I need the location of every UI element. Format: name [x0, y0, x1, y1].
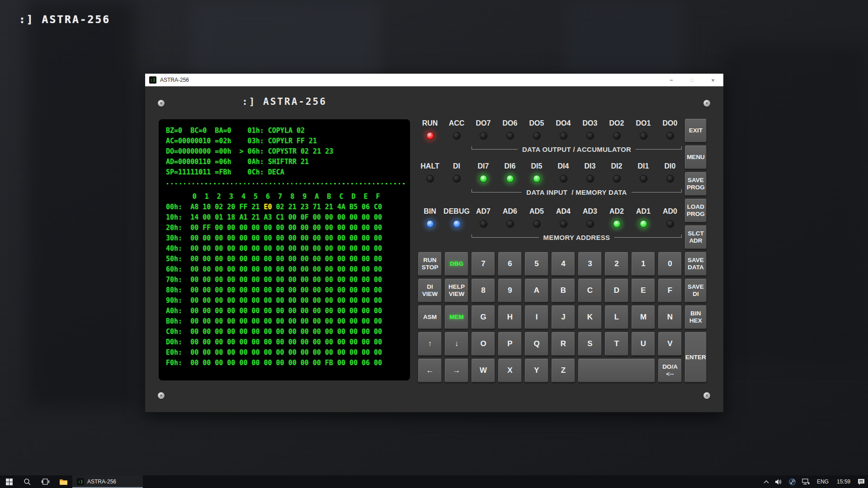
key-letter-k[interactable]: K [578, 305, 602, 329]
memory-row-70h: 70h:00000000000000000000000000000000 [166, 275, 410, 285]
side-button-slct-adr[interactable]: SLCT ADR [685, 225, 707, 249]
side-button-menu[interactable]: MENU [685, 145, 707, 169]
memory-cell: 00 [239, 233, 247, 244]
memory-cell: 21 [288, 202, 297, 212]
led-label-halt: HALT [420, 162, 439, 171]
key-letter-p[interactable]: P [498, 332, 522, 356]
tray-expand-button[interactable] [760, 475, 772, 488]
window-titlebar[interactable]: :] ASTRA-256 − □ × [145, 74, 723, 86]
key-digit-7[interactable]: 7 [472, 252, 495, 276]
led-run: RUN [418, 119, 442, 140]
key-digit-3[interactable]: 3 [578, 252, 602, 276]
key-save-di[interactable]: SAVE DI [685, 279, 707, 302]
network-button[interactable] [799, 475, 813, 488]
memory-cell: 00 [288, 264, 297, 275]
steam-tray-button[interactable] [786, 475, 799, 488]
key-digit-8[interactable]: 8 [472, 279, 495, 302]
key-hex-c[interactable]: C [578, 279, 602, 302]
minimize-icon[interactable]: − [661, 74, 682, 86]
key-spacer[interactable] [578, 359, 655, 382]
memory-cell: A1 [239, 212, 247, 223]
key-letter-w[interactable]: W [472, 359, 495, 382]
key-letter-q[interactable]: Q [525, 332, 548, 356]
screw-icon: × [703, 392, 710, 399]
key-letter-o[interactable]: O [472, 332, 495, 356]
key-letter-t[interactable]: T [605, 332, 628, 356]
memory-dump: 0123456789ABCDEF00h:A8100220FF21E0022123… [166, 192, 410, 368]
key-letter-l[interactable]: L [605, 305, 628, 329]
key-arrow-up[interactable]: ↑ [418, 332, 442, 356]
close-icon[interactable]: × [703, 74, 723, 86]
memory-cell: 00 [374, 347, 382, 358]
clock[interactable]: 15:59 [833, 475, 854, 488]
key-letter-r[interactable]: R [552, 332, 575, 356]
key-digit-9[interactable]: 9 [498, 279, 522, 302]
key-hex-f[interactable]: F [658, 279, 682, 302]
key-letter-s[interactable]: S [578, 332, 602, 356]
start-button[interactable] [0, 475, 18, 488]
key-hex-e[interactable]: E [632, 279, 655, 302]
key-digit-5[interactable]: 5 [525, 252, 548, 276]
memory-cell: 00 [190, 306, 198, 316]
key-save-data[interactable]: SAVE DATA [685, 252, 707, 276]
key-help-view[interactable]: HELP VIEW [445, 279, 468, 302]
key-letter-j[interactable]: J [552, 305, 575, 329]
key-digit-6[interactable]: 6 [498, 252, 522, 276]
led-label-do0: DO0 [663, 119, 678, 128]
memory-cell: 00 [251, 358, 259, 368]
memory-cell: 00 [362, 275, 370, 285]
memory-cell: 00 [301, 244, 309, 254]
key-dbg[interactable]: DBG [445, 252, 468, 276]
key-letter-y[interactable]: Y [525, 359, 548, 382]
memory-cell: 00 [301, 306, 309, 316]
memory-cell: 00 [264, 358, 272, 368]
key-letter-u[interactable]: U [632, 332, 655, 356]
memory-cell: 00 [190, 285, 198, 296]
key-bin-hex[interactable]: BIN HEX [685, 305, 707, 329]
key-letter-x[interactable]: X [498, 359, 522, 382]
key-digit-0[interactable]: 0 [658, 252, 682, 276]
key-enter[interactable]: ENTER [685, 332, 707, 382]
key-mem[interactable]: MEM [445, 305, 468, 329]
side-button-exit[interactable]: EXIT [685, 119, 707, 142]
key-letter-n[interactable]: N [658, 305, 682, 329]
key-hex-d[interactable]: D [605, 279, 628, 302]
key-arrow-right[interactable]: → [445, 359, 468, 382]
taskbar-app-astra-256[interactable]: :] ASTRA-256 [72, 475, 143, 488]
memory-cell: 00 [203, 316, 211, 327]
key-letter-m[interactable]: M [632, 305, 655, 329]
maximize-icon[interactable]: □ [682, 74, 703, 86]
key-arrow-down[interactable]: ↓ [445, 332, 468, 356]
key-hex-a[interactable]: A [525, 279, 548, 302]
key-digit-4[interactable]: 4 [552, 252, 575, 276]
key-letter-g[interactable]: G [472, 305, 495, 329]
memory-cell: 00 [276, 296, 284, 306]
key-digit-2[interactable]: 2 [605, 252, 628, 276]
key-di-view[interactable]: DI VIEW [418, 279, 442, 302]
key-letter-i[interactable]: I [525, 305, 548, 329]
memory-cell: 21 [251, 202, 259, 212]
memory-cell: 00 [227, 275, 235, 285]
file-explorer-button[interactable] [54, 475, 72, 488]
side-button-save-prog[interactable]: SAVE PROG [685, 172, 707, 196]
search-button[interactable] [18, 475, 36, 488]
action-center-button[interactable] [854, 475, 868, 488]
key-arrow-left[interactable]: ← [418, 359, 442, 382]
key-letter-h[interactable]: H [498, 305, 522, 329]
key-letter-v[interactable]: V [658, 332, 682, 356]
memory-cell: 00 [325, 233, 333, 244]
key-asm[interactable]: ASM [418, 305, 442, 329]
key-letter-z[interactable]: Z [552, 359, 575, 382]
memory-cell: 00 [288, 233, 297, 244]
key-run-stop[interactable]: RUN STOP [418, 252, 442, 276]
task-view-button[interactable] [36, 475, 54, 488]
language-indicator[interactable]: ENG [813, 475, 833, 488]
side-button-load-prog[interactable]: LOAD PROG [685, 199, 707, 222]
memory-cell: 00 [203, 296, 211, 306]
memory-cell: 00 [227, 233, 235, 244]
key-digit-1[interactable]: 1 [632, 252, 655, 276]
key-hex-b[interactable]: B [552, 279, 575, 302]
memory-cell: 00 [313, 337, 321, 347]
key-do-a[interactable]: DO/A <-- [658, 359, 682, 382]
volume-button[interactable] [772, 475, 786, 488]
